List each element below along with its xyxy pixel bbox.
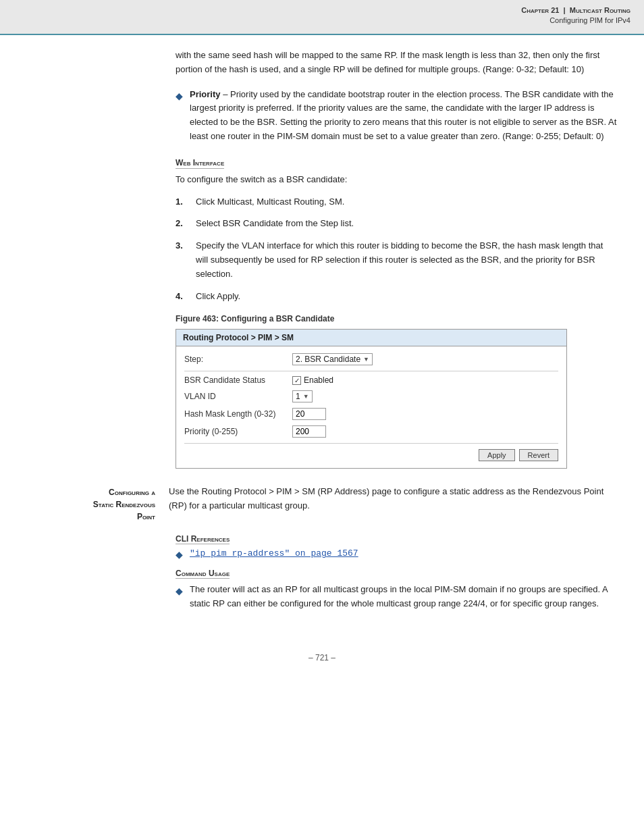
command-usage-text: The router will act as an RP for all mul…	[190, 583, 617, 611]
step-field-label: Step:	[184, 355, 292, 364]
cli-link[interactable]: "ip pim rp-address" on page 1567	[190, 548, 358, 558]
step-3-text: Specify the VLAN interface for which thi…	[196, 239, 617, 281]
step-2: 2. Select BSR Candidate from the Step li…	[176, 217, 617, 231]
command-usage-heading: Command Usage	[176, 569, 230, 579]
command-bullet-icon: ◆	[176, 583, 183, 611]
web-interface-heading: Web Interface	[176, 158, 224, 169]
figure-label: Figure 463: Configuring a BSR Candidate	[176, 314, 617, 323]
step-4-number: 4.	[176, 290, 188, 304]
priority-input[interactable]	[292, 425, 326, 438]
step-2-text: Select BSR Candidate from the Step list.	[196, 217, 354, 231]
page-content: with the same seed hash will be mapped t…	[0, 35, 644, 633]
page-footer: – 721 –	[0, 646, 644, 669]
bullet-priority-text: Priority – Priority used by the candidat…	[190, 88, 617, 144]
bsr-status-label: BSR Candidate Status	[184, 375, 292, 385]
apply-button[interactable]: Apply	[479, 449, 515, 461]
figure-button-separator	[184, 443, 558, 444]
chapter-number: 21	[551, 6, 559, 14]
figure-body: Step: 2. BSR Candidate ▼ BSR Candidate S…	[176, 346, 566, 468]
step-select-value: 2. BSR Candidate	[296, 355, 360, 364]
revert-button[interactable]: Revert	[519, 449, 558, 461]
step-4-text: Click Apply.	[196, 290, 240, 304]
vlan-select-arrow-icon: ▼	[303, 393, 309, 400]
priority-label: Priority (0-255)	[184, 427, 292, 436]
vlan-select[interactable]: 1 ▼	[292, 390, 313, 402]
cli-references-heading: CLI References	[176, 534, 230, 544]
configuring-left-heading: Configuring a Static Rendezvous Point	[27, 485, 169, 523]
bsr-status-control[interactable]: ✓ Enabled	[292, 375, 333, 385]
figure-step-row: Step: 2. BSR Candidate ▼	[184, 353, 558, 365]
header-separator: |	[564, 6, 566, 14]
page-header: Chapter 21 | Multicast Routing Configuri…	[0, 0, 644, 35]
cli-bullet-icon: ◆	[176, 549, 183, 560]
step-2-number: 2.	[176, 217, 188, 231]
vlan-label: VLAN ID	[184, 392, 292, 401]
step-1-number: 1.	[176, 195, 188, 209]
bsr-status-checkbox[interactable]: ✓	[292, 376, 301, 385]
figure-priority-row: Priority (0-255)	[184, 425, 558, 438]
step-1: 1. Click Multicast, Multicast Routing, S…	[176, 195, 617, 209]
step-3-number: 3.	[176, 239, 188, 281]
bullet-diamond-icon: ◆	[176, 88, 183, 144]
figure-vlan-row: VLAN ID 1 ▼	[184, 390, 558, 402]
hash-label: Hash Mask Length (0-32)	[184, 409, 292, 419]
hash-input[interactable]	[292, 408, 326, 420]
configuring-body: Use the Routing Protocol > PIM > SM (RP …	[169, 485, 617, 523]
page-number: – 721 –	[308, 653, 336, 662]
intro-paragraph: with the same seed hash will be mapped t…	[176, 49, 617, 77]
cli-references-section: CLI References ◆ "ip pim rp-address" on …	[176, 533, 617, 560]
vlan-select-value: 1	[296, 392, 300, 401]
header-title: Multicast Routing	[570, 6, 630, 14]
figure-title-bar: Routing Protocol > PIM > SM	[176, 330, 566, 346]
chapter-label: Chapter	[521, 6, 549, 14]
bullet-section: ◆ Priority – Priority used by the candid…	[176, 88, 617, 144]
figure-button-row: Apply Revert	[184, 449, 558, 461]
configuring-section: Configuring a Static Rendezvous Point Us…	[27, 485, 617, 523]
web-interface-heading-block: Web Interface	[176, 157, 617, 169]
step-3: 3. Specify the VLAN interface for which …	[176, 239, 617, 281]
step-1-text: Click Multicast, Multicast Routing, SM.	[196, 195, 344, 209]
figure-box: Routing Protocol > PIM > SM Step: 2. BSR…	[176, 329, 567, 469]
header-subtitle: Configuring PIM for IPv4	[521, 16, 630, 26]
figure-hash-row: Hash Mask Length (0-32)	[184, 408, 558, 420]
command-usage-item: ◆ The router will act as an RP for all m…	[176, 583, 617, 611]
step-select[interactable]: 2. BSR Candidate ▼	[292, 353, 373, 365]
figure-separator	[184, 371, 558, 371]
configuring-heading-line3: Point	[27, 511, 155, 523]
step-4: 4. Click Apply.	[176, 290, 617, 304]
priority-term: Priority	[190, 89, 221, 99]
header-chapter: Chapter 21 | Multicast Routing	[521, 5, 630, 16]
numbered-steps: 1. Click Multicast, Multicast Routing, S…	[176, 195, 617, 304]
cli-link-row: ◆ "ip pim rp-address" on page 1567	[176, 548, 617, 560]
configuring-heading-line1: Configuring a	[27, 486, 155, 498]
bsr-status-value: Enabled	[304, 375, 333, 385]
figure-bsr-status-row: BSR Candidate Status ✓ Enabled	[184, 375, 558, 385]
header-right: Chapter 21 | Multicast Routing Configuri…	[521, 5, 630, 26]
web-interface-intro: To configure the switch as a BSR candida…	[176, 173, 617, 187]
step-select-arrow-icon: ▼	[363, 356, 369, 363]
bullet-item: ◆ Priority – Priority used by the candid…	[176, 88, 617, 144]
command-usage-section: Command Usage ◆ The router will act as a…	[176, 568, 617, 611]
configuring-heading-line2: Static Rendezvous	[27, 498, 155, 511]
